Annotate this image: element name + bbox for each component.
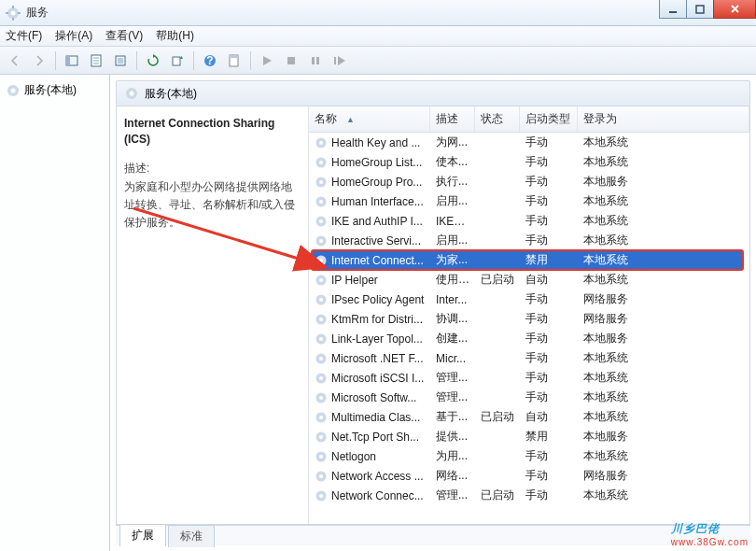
svg-rect-15 [118, 58, 123, 64]
detail-title: Internet Connection Sharing (ICS) [124, 116, 301, 148]
properties-button[interactable] [85, 49, 107, 72]
menu-action[interactable]: 操作(A) [55, 28, 92, 44]
service-desc: 基于... [430, 409, 475, 425]
export-list-button[interactable] [166, 49, 189, 72]
properties-sheet-button[interactable] [223, 49, 245, 72]
menu-help[interactable]: 帮助(H) [156, 28, 194, 44]
svg-rect-23 [316, 57, 319, 64]
toolbar-separator [250, 51, 251, 70]
table-row[interactable]: IPsec Policy AgentInter...手动网络服务 [309, 290, 749, 309]
stop-service-button[interactable] [280, 49, 302, 72]
table-row[interactable]: Microsoft Softw...管理...手动本地系统 [309, 388, 749, 407]
table-row[interactable]: Network Connec...管理...已启动手动本地系统 [309, 486, 749, 505]
help-button[interactable]: ? [199, 49, 221, 72]
toolbar-separator [136, 51, 137, 70]
table-row[interactable]: HomeGroup Pro...执行...手动本地服务 [309, 172, 749, 191]
table-row[interactable]: IP Helper使用 ...已启动自动本地系统 [309, 270, 749, 290]
gear-icon [315, 176, 328, 189]
tab-extended[interactable]: 扩展 [119, 524, 166, 546]
column-status[interactable]: 状态 [475, 106, 520, 132]
column-startup[interactable]: 启动类型 [520, 106, 578, 132]
service-status: 已启动 [475, 272, 520, 288]
svg-rect-7 [696, 6, 704, 13]
table-row[interactable]: Health Key and ...为网...手动本地系统 [309, 133, 749, 152]
svg-point-30 [319, 141, 323, 145]
gear-icon [315, 195, 328, 208]
column-logon[interactable]: 登录为 [578, 106, 749, 132]
table-row[interactable]: Network Access ...网络...手动网络服务 [309, 466, 749, 486]
service-startup: 手动 [520, 331, 578, 346]
service-name: Health Key and ... [331, 136, 420, 149]
tree-root-item[interactable]: 服务(本地) [4, 80, 105, 100]
svg-rect-3 [12, 18, 14, 21]
bottom-tabs: 扩展 标准 [116, 525, 750, 545]
gear-icon [6, 83, 21, 98]
start-service-button[interactable] [256, 49, 278, 72]
table-row[interactable]: HomeGroup List...使本...手动本地系统 [309, 152, 749, 172]
right-header-title: 服务(本地) [145, 86, 197, 102]
export-button[interactable] [109, 49, 132, 72]
service-desc: Inter... [430, 293, 475, 306]
back-button[interactable] [4, 49, 26, 72]
table-row[interactable]: Link-Layer Topol...创建...手动本地服务 [309, 329, 749, 348]
service-desc: 网络... [430, 468, 475, 484]
table-row[interactable]: Multimedia Clas...基于...已启动自动本地系统 [309, 407, 749, 427]
service-name: Netlogon [331, 450, 376, 463]
tab-standard[interactable]: 标准 [168, 525, 215, 547]
service-desc: 为家... [430, 252, 475, 268]
service-startup: 手动 [520, 174, 578, 190]
menu-view[interactable]: 查看(V) [105, 28, 143, 44]
service-logon: 本地系统 [578, 448, 749, 464]
svg-point-56 [319, 396, 323, 400]
svg-rect-4 [6, 12, 8, 14]
table-row[interactable]: KtmRm for Distri...协调...手动网络服务 [309, 309, 749, 329]
menu-file[interactable]: 文件(F) [6, 28, 42, 44]
service-name: HomeGroup List... [331, 156, 422, 169]
svg-point-64 [319, 474, 323, 478]
svg-point-26 [11, 88, 16, 92]
tree-pane: 服务(本地) [0, 75, 110, 551]
gear-icon [315, 470, 328, 483]
service-name: Microsoft iSCSI I... [331, 372, 424, 385]
svg-rect-9 [66, 56, 70, 65]
table-row[interactable]: Netlogon为用...手动本地系统 [309, 446, 749, 466]
close-button[interactable] [713, 0, 756, 19]
maximize-button[interactable] [686, 0, 714, 19]
service-logon: 本地系统 [578, 213, 749, 229]
minimize-button[interactable] [659, 0, 687, 19]
service-list[interactable]: 名称▲ 描述 状态 启动类型 登录为 Health Key and ...为网.… [309, 106, 749, 524]
svg-point-48 [319, 318, 323, 321]
table-row[interactable]: Microsoft iSCSI I...管理...手动本地系统 [309, 368, 749, 388]
forward-button[interactable] [28, 49, 50, 72]
toolbar-separator [55, 51, 56, 70]
toolbar: ? [0, 47, 756, 75]
svg-rect-6 [669, 11, 677, 13]
gear-icon [315, 234, 328, 247]
svg-rect-16 [173, 57, 180, 65]
service-logon: 本地系统 [578, 193, 749, 209]
restart-service-button[interactable] [329, 49, 351, 72]
sort-asc-icon: ▲ [346, 115, 355, 124]
table-row[interactable]: IKE and AuthIP I...IKEE...手动本地系统 [309, 211, 749, 231]
column-name[interactable]: 名称▲ [309, 106, 430, 132]
pause-service-button[interactable] [304, 49, 327, 72]
svg-rect-5 [18, 12, 21, 14]
show-hide-tree-button[interactable] [61, 49, 83, 72]
column-desc[interactable]: 描述 [430, 106, 475, 132]
table-row[interactable]: Net.Tcp Port Sh...提供...禁用本地服务 [309, 427, 749, 446]
table-row[interactable]: Microsoft .NET F...Micr...手动本地系统 [309, 348, 749, 368]
service-status: 已启动 [475, 409, 520, 425]
service-startup: 手动 [520, 487, 578, 503]
table-row[interactable]: Human Interface...启用...手动本地系统 [309, 191, 749, 211]
service-name: Microsoft Softw... [331, 391, 416, 404]
table-row[interactable]: Internet Connect...为家...禁用本地系统 [309, 250, 749, 270]
refresh-button[interactable] [142, 49, 164, 72]
service-startup: 手动 [520, 311, 578, 327]
tree-root-label: 服务(本地) [24, 82, 77, 98]
service-startup: 手动 [520, 193, 578, 209]
service-desc: 创建... [430, 331, 475, 346]
svg-point-52 [319, 357, 323, 360]
gear-icon [124, 86, 139, 101]
gear-icon [315, 372, 328, 385]
table-row[interactable]: Interactive Servi...启用...手动本地系统 [309, 231, 749, 250]
